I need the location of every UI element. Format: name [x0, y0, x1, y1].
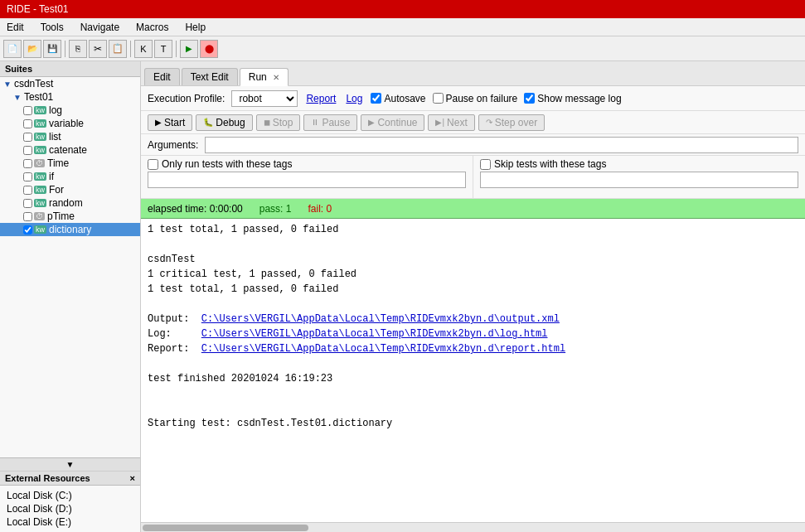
tree-checkbox-ptime[interactable] — [23, 212, 32, 221]
tree-item-for[interactable]: kw For — [0, 183, 140, 196]
tree-item-catenate[interactable]: kw catenate — [0, 143, 140, 157]
save-button[interactable]: 💾 — [43, 40, 61, 58]
menu-navigate[interactable]: Navigate — [77, 21, 123, 34]
disk-d[interactable]: Local Disk (D:) — [7, 502, 133, 515]
tree-checkbox-catenate[interactable] — [23, 146, 32, 155]
suite-icon: ▼ — [3, 80, 12, 89]
only-run-tags-checkbox[interactable] — [148, 159, 158, 170]
output-line: test finished 20201024 16:19:23 — [148, 371, 798, 386]
external-resources-header: External Resources × — [0, 472, 140, 486]
disk-e[interactable]: Local Disk (E:) — [7, 515, 133, 529]
exec-profile-select[interactable]: robot pybot jybot — [231, 90, 298, 107]
menu-macros[interactable]: Macros — [133, 21, 172, 34]
tree-item-ptime[interactable]: ⏱ pTime — [0, 210, 140, 223]
tree-checkbox-for[interactable] — [23, 186, 32, 195]
status-bar: elapsed time: 0:00:00 pass: 1 fail: 0 — [141, 199, 805, 219]
tree-item-csdntest[interactable]: ▼ csdnTest — [0, 77, 140, 90]
next-icon: ▶| — [435, 118, 444, 127]
scrollbar-thumb[interactable] — [143, 525, 308, 531]
continue-button[interactable]: ▶ Continue — [361, 114, 424, 131]
fail-count: fail: 0 — [308, 203, 332, 215]
tree-checkbox-list[interactable] — [23, 133, 32, 142]
scroll-down-btn[interactable]: ▼ — [0, 457, 140, 471]
tree-checkbox-time[interactable] — [23, 159, 32, 168]
menu-edit[interactable]: Edit — [3, 21, 27, 34]
toolbar-separator-3 — [176, 41, 177, 57]
tree-checkbox-dictionary[interactable] — [23, 225, 32, 235]
pause-on-failure-checkbox[interactable] — [433, 93, 444, 104]
pause-button[interactable]: ⏸ Pause — [303, 114, 357, 131]
tree-label: list — [49, 131, 61, 143]
output-path-link[interactable]: C:\Users\VERGIL\AppData\Local\Temp\RIDEv… — [201, 343, 565, 355]
paste-button[interactable]: 📋 — [109, 40, 127, 58]
next-label: Next — [447, 117, 468, 128]
tree-label: variable — [49, 118, 84, 129]
output-line — [148, 461, 798, 476]
start-button[interactable]: ▶ Start — [148, 114, 192, 131]
stop-button[interactable]: ◼ Stop — [256, 114, 301, 131]
debug-icon: 🐛 — [203, 118, 213, 127]
tree-item-random[interactable]: kw random — [0, 196, 140, 210]
horizontal-scrollbar[interactable] — [141, 522, 805, 532]
title-text: RIDE - Test01 — [7, 3, 68, 15]
output-path-link[interactable]: C:\Users\VERGIL\AppData\Local\Temp\RIDEv… — [201, 328, 548, 340]
autosave-label[interactable]: Autosave — [371, 93, 425, 104]
skip-tags-input[interactable] — [480, 172, 798, 188]
next-button[interactable]: ▶| Next — [428, 114, 474, 131]
step-over-button[interactable]: ↷ Step over — [478, 114, 545, 131]
tree-checkbox-log[interactable] — [23, 106, 32, 115]
tree-item-test01[interactable]: ▼ Test01 — [0, 90, 140, 104]
only-run-tags-label[interactable]: Only run tests with these tags — [148, 158, 466, 170]
log-button[interactable]: Log — [344, 93, 364, 104]
only-run-tags-input[interactable] — [148, 172, 466, 188]
pause-on-failure-label[interactable]: Pause on failure — [433, 93, 518, 104]
tab-edit[interactable]: Edit — [144, 68, 180, 85]
show-message-log-label[interactable]: Show message log — [524, 93, 621, 104]
output-line: 1 critical test, 1 passed, 0 failed — [148, 267, 798, 282]
close-icon[interactable]: × — [130, 473, 135, 483]
stop-button[interactable]: ⬤ — [200, 40, 218, 58]
run-button[interactable]: ▶ — [180, 40, 198, 58]
kw-icon: kw — [34, 186, 46, 194]
tree-checkbox-variable[interactable] — [23, 119, 32, 128]
output-line — [148, 237, 798, 252]
open-button[interactable]: 📂 — [23, 40, 41, 58]
tree-item-time[interactable]: ⏱ Time — [0, 157, 140, 170]
tree-checkbox-if[interactable] — [23, 172, 32, 181]
autosave-checkbox[interactable] — [371, 93, 381, 104]
autosave-text: Autosave — [384, 93, 425, 104]
disk-c[interactable]: Local Disk (C:) — [7, 489, 133, 502]
kw-icon: kw — [34, 106, 46, 114]
tab-run[interactable]: Run ✕ — [240, 68, 289, 86]
copy-button[interactable]: ⎘ — [69, 40, 87, 58]
debug-button[interactable]: 🐛 Debug — [196, 114, 252, 131]
output-path-link[interactable]: C:\Users\VERGIL\AppData\Local\Temp\RIDEv… — [201, 313, 560, 325]
menu-help[interactable]: Help — [182, 21, 209, 34]
show-message-log-checkbox[interactable] — [524, 93, 535, 104]
control-buttons-row: ▶ Start 🐛 Debug ◼ Stop ⏸ Pause ▶ Cont — [141, 111, 805, 134]
output-line — [148, 401, 798, 416]
menu-tools[interactable]: Tools — [37, 21, 67, 34]
tree-item-variable[interactable]: kw variable — [0, 117, 140, 130]
tree-item-log[interactable]: kw log — [0, 104, 140, 117]
toolbar: 📄 📂 💾 ⎘ ✂ 📋 K T ▶ ⬤ — [0, 36, 805, 61]
tree-label: Time — [47, 157, 69, 169]
report-button[interactable]: Report — [304, 93, 337, 104]
new-button[interactable]: 📄 — [3, 40, 22, 58]
show-message-log-text: Show message log — [537, 93, 621, 104]
skip-tags-checkbox[interactable] — [480, 159, 491, 170]
tab-close-icon[interactable]: ✕ — [273, 73, 279, 82]
tree-item-if[interactable]: kw if — [0, 170, 140, 183]
cut-button[interactable]: ✂ — [89, 40, 107, 58]
tab-text-edit[interactable]: Text Edit — [182, 68, 238, 85]
undo-button[interactable]: K — [134, 40, 153, 58]
skip-tags-label[interactable]: Skip tests with these tags — [480, 158, 798, 170]
tree-item-dictionary[interactable]: kw dictionary — [0, 223, 140, 236]
arguments-input[interactable] — [205, 137, 798, 153]
kw-icon: kw — [34, 146, 46, 154]
redo-button[interactable]: T — [154, 40, 172, 58]
tree-item-list[interactable]: kw list — [0, 130, 140, 143]
tree-label: Test01 — [24, 91, 53, 103]
tree-checkbox-random[interactable] — [23, 199, 32, 208]
kw-icon: kw — [34, 119, 46, 128]
